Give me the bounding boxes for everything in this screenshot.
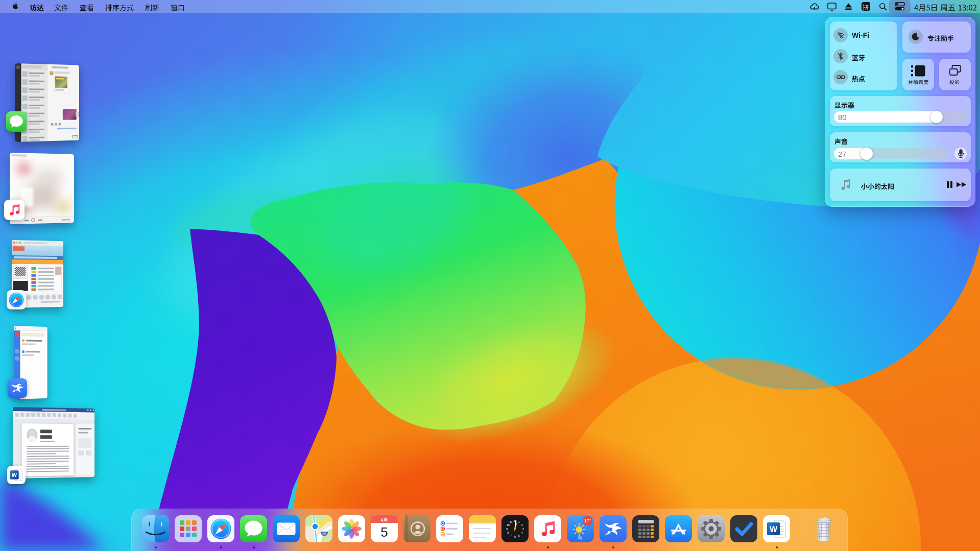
svg-text:5: 5 [380,524,388,540]
svg-text:10: 10 [507,523,510,526]
svg-text:6: 6 [514,535,516,538]
svg-text:7: 7 [510,534,512,537]
svg-text:9: 9 [506,528,508,531]
svg-text:280: 280 [322,533,326,536]
svg-text:3: 3 [522,528,524,531]
svg-text:W: W [770,525,778,534]
svg-text:1: 1 [518,520,520,523]
svg-text:4: 4 [521,531,523,534]
svg-text:17°: 17° [584,518,591,523]
svg-text:W: W [12,472,17,478]
svg-text:2: 2 [521,523,523,526]
svg-text:5: 5 [518,534,520,537]
svg-text:8: 8 [507,531,509,534]
svg-text:11: 11 [510,520,513,523]
